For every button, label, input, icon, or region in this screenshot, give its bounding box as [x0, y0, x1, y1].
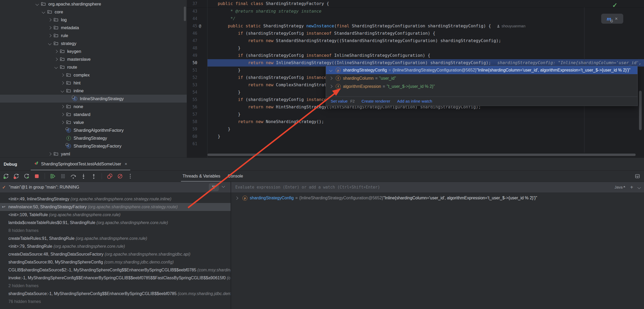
popup-variable-shardingColumn[interactable]: fshardingColumn="user_id": [326, 74, 637, 82]
code-line-49[interactable]: 49 if (shardingStrategyConfig instanceof…: [187, 52, 644, 59]
rerun-icon[interactable]: [2, 172, 10, 180]
tree-item-standard[interactable]: standard: [0, 110, 187, 118]
debug-session-tab[interactable]: ShardingSpringbootTest.testAddSomeUser ×: [31, 158, 130, 170]
chevron-right-icon[interactable]: [48, 18, 51, 22]
code-line-43[interactable]: 43 * @return sharding strategy instance: [187, 8, 644, 15]
chevron-down-icon[interactable]: [61, 89, 64, 93]
close-icon[interactable]: ×: [615, 16, 618, 21]
tab-console[interactable]: Console: [224, 171, 247, 182]
tree-item-core[interactable]: core: [0, 8, 187, 16]
tree-item-rule[interactable]: rule: [0, 32, 187, 39]
stack-frame-row[interactable]: createTableRules:91, ShardingRule (org.a…: [0, 235, 231, 242]
close-icon[interactable]: ×: [124, 161, 127, 167]
chevron-right-icon[interactable]: [329, 85, 333, 88]
tree-item-none[interactable]: none: [0, 103, 187, 110]
more-icon[interactable]: [126, 172, 134, 180]
stack-frame-row[interactable]: CGLIB$shardingDataSource$2:-1, MyShardin…: [0, 266, 231, 274]
code-line-47[interactable]: 47 return new StandardShardingStrategy((…: [187, 37, 644, 44]
chevron-down-icon[interactable]: [42, 10, 45, 14]
chevron-down-icon[interactable]: [329, 68, 333, 72]
sync-plugin-icon[interactable]: m: [607, 16, 611, 22]
step-into-icon[interactable]: [80, 172, 87, 180]
tree-item-shardingstrategyfactory[interactable]: CShardingStrategyFactory: [0, 142, 187, 150]
popup-variable-shardingStrategyConfig[interactable]: pshardingStrategyConfig={InlineShardingS…: [326, 66, 637, 74]
thread-dropdown-chevron-icon[interactable]: [222, 184, 225, 188]
thread-selector[interactable]: ✓ "main"@1 in group "main": RUNNING: [0, 182, 231, 193]
stack-frame-row[interactable]: lambda$createTableRules$0:91, ShardingRu…: [0, 219, 231, 227]
tree-item-value[interactable]: value: [0, 118, 187, 126]
annotation-gutter-icon[interactable]: @: [199, 22, 201, 30]
stack-frame-row[interactable]: invoke:-1, MyShardingSphereConfig$$Enhan…: [0, 274, 231, 282]
stop-icon[interactable]: [33, 172, 41, 180]
tree-scrollbar[interactable]: [184, 7, 186, 21]
chevron-down-icon[interactable]: [48, 42, 51, 45]
tree-item-keygen[interactable]: keygen: [0, 47, 187, 55]
layout-settings-icon[interactable]: [633, 172, 641, 180]
add-watch-icon[interactable]: +: [630, 185, 633, 190]
tree-item-masterslave[interactable]: masterslave: [0, 55, 187, 63]
stack-frame-row[interactable]: <init>:49, InlineShardingStrategy (org.a…: [0, 195, 231, 203]
hidden-frames-row[interactable]: 76 hidden frames: [0, 298, 231, 306]
code-line-45[interactable]: 45@ public static ShardingStrategy newIn…: [187, 22, 644, 30]
chevron-right-icon[interactable]: [48, 26, 51, 29]
tree-item-inlineshardingstrategy[interactable]: CInlineShardingStrategy: [0, 95, 187, 103]
code-line-37[interactable]: 37public final class ShardingStrategyFac…: [187, 0, 644, 8]
code-line-57[interactable]: 57 }: [187, 111, 644, 118]
chevron-right-icon[interactable]: [329, 77, 333, 80]
code-line-59[interactable]: 59 }: [187, 125, 644, 133]
chevron-down-icon[interactable]: [54, 65, 58, 69]
stack-frame-row[interactable]: createDataSource:48, ShardingDataSourceF…: [0, 250, 231, 258]
language-selector[interactable]: Java: [615, 185, 626, 189]
pause-icon[interactable]: [59, 172, 67, 180]
watch-variable-shardingStrategyConfig[interactable]: pshardingStrategyConfig={InlineShardingS…: [231, 194, 644, 202]
tree-item-shardingstrategy[interactable]: IShardingStrategy: [0, 134, 187, 142]
code-line-58[interactable]: 58 return new NoneShardingStrategy();: [187, 118, 644, 125]
resume-icon[interactable]: [49, 172, 57, 180]
chevron-right-icon[interactable]: [61, 81, 64, 85]
stack-frame-row[interactable]: shardingDataSource:80, MyShardingSphereC…: [0, 258, 231, 266]
tree-item-strategy[interactable]: strategy: [0, 39, 187, 47]
step-out-icon[interactable]: [90, 172, 98, 180]
code-line-50[interactable]: 50 return new InlineShardingStrategy((In…: [187, 59, 644, 67]
code-line-44[interactable]: 44 */: [187, 15, 644, 22]
hidden-frames-row[interactable]: 8 hidden frames: [0, 227, 231, 235]
tree-item-hint[interactable]: hint: [0, 79, 187, 87]
chevron-right-icon[interactable]: [61, 121, 64, 124]
popup-action-add-as-inline-watch[interactable]: Add as inline watch: [397, 99, 432, 104]
restart-icon[interactable]: [23, 172, 30, 180]
stack-frame-row[interactable]: <init>:109, TableRule (org.apache.shardi…: [0, 211, 231, 219]
code-line-61[interactable]: 61: [187, 140, 644, 148]
chevron-right-icon[interactable]: [235, 196, 238, 200]
chevron-right-icon[interactable]: [54, 50, 58, 53]
code-line-48[interactable]: 48 }: [187, 44, 644, 52]
code-author-hint[interactable]: shouyuanman: [497, 22, 525, 30]
rerun-failed-icon[interactable]: [12, 172, 20, 180]
chevron-right-icon[interactable]: [61, 73, 64, 77]
tree-item-log[interactable]: log: [0, 16, 187, 24]
tree-item-metadata[interactable]: metadata: [0, 24, 187, 32]
tab-threads-variables[interactable]: Threads & Variables: [179, 171, 224, 182]
reset-frame-icon[interactable]: [106, 172, 114, 180]
filter-frames-button[interactable]: [209, 183, 219, 191]
tree-item-yaml[interactable]: yaml: [0, 150, 187, 158]
tree-item-complex[interactable]: complex: [0, 71, 187, 79]
chevron-right-icon[interactable]: [61, 105, 64, 108]
popup-action-create-renderer[interactable]: Create renderer: [362, 99, 390, 104]
tree-item-shardingalgorithmfactory[interactable]: CShardingAlgorithmFactory: [0, 126, 187, 134]
step-over-icon[interactable]: [69, 172, 77, 180]
chevron-right-icon[interactable]: [61, 113, 64, 116]
code-line-46[interactable]: 46 if (shardingStrategyConfig instanceof…: [187, 30, 644, 37]
mute-breakpoints-icon[interactable]: [116, 172, 124, 180]
stack-frame-row[interactable]: <init>:79, ShardingRule (org.apache.shar…: [0, 242, 231, 250]
chevron-right-icon[interactable]: [48, 152, 51, 156]
tree-item-inline[interactable]: inline: [0, 87, 187, 95]
popup-action-set-value[interactable]: Set value: [331, 99, 348, 104]
hidden-frames-row[interactable]: 2 hidden frames: [0, 282, 231, 290]
editor-horizontal-scrollbar[interactable]: [207, 154, 636, 156]
stack-frame-row[interactable]: ↩newInstance:50, ShardingStrategyFactory…: [0, 203, 231, 211]
chevron-down-icon[interactable]: [35, 2, 39, 6]
chevron-right-icon[interactable]: [48, 34, 51, 37]
chevron-right-icon[interactable]: [54, 58, 58, 61]
editor-vertical-scrollbar[interactable]: [639, 91, 642, 130]
code-line-60[interactable]: 60}: [187, 133, 644, 140]
